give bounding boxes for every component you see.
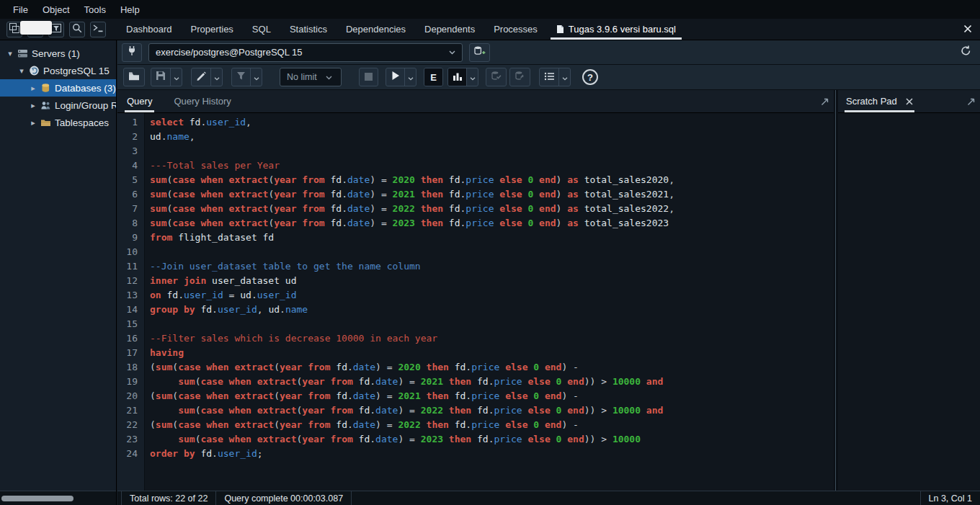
caret-right-icon[interactable]: ▸ bbox=[29, 84, 37, 93]
expand-scratch-icon[interactable] bbox=[966, 97, 976, 110]
horizontal-scrollbar-thumb[interactable] bbox=[1, 496, 74, 501]
save-button[interactable] bbox=[151, 68, 170, 86]
execute-button[interactable] bbox=[386, 68, 404, 86]
menu-item-object[interactable]: Object bbox=[35, 1, 77, 18]
code-line[interactable]: sum(case when extract(year from fd.date)… bbox=[150, 375, 834, 389]
code-line[interactable]: from flight_dataset fd bbox=[150, 231, 834, 245]
macros-menu-button[interactable] bbox=[558, 68, 570, 86]
code-line[interactable]: sum(case when extract(year from fd.date)… bbox=[150, 173, 834, 187]
commit-button[interactable] bbox=[486, 68, 506, 86]
sql-editor[interactable]: 123456789101112131415161718192021222324 … bbox=[117, 113, 834, 491]
code-line[interactable]: sum(case when extract(year from fd.date)… bbox=[150, 187, 834, 202]
tab-dependents[interactable]: Dependents bbox=[415, 19, 484, 40]
panel-close-button[interactable] bbox=[956, 19, 980, 40]
scratch-pad-body[interactable] bbox=[838, 113, 980, 491]
help-button[interactable]: ? bbox=[582, 69, 598, 85]
edit-menu-button[interactable] bbox=[210, 68, 222, 86]
code-line[interactable]: order by fd.user_id; bbox=[150, 447, 834, 461]
new-connection-button[interactable] bbox=[469, 43, 490, 62]
code-line[interactable]: --Filter sales which is decrease 10000 i… bbox=[150, 331, 834, 346]
tree-item-tablespaces[interactable]: ▸Tablespaces bbox=[0, 114, 116, 131]
editor-gutter: 123456789101112131415161718192021222324 bbox=[117, 113, 145, 491]
tree-item-postgresql-15[interactable]: ▾PostgreSQL 15 bbox=[0, 62, 116, 79]
explain-analyze-menu-button[interactable] bbox=[466, 68, 478, 86]
search-objects-button[interactable] bbox=[69, 22, 85, 37]
tree-item-servers-1[interactable]: ▾Servers (1) bbox=[0, 45, 116, 62]
filter-menu-button[interactable] bbox=[250, 68, 262, 86]
code-line[interactable]: on fd.user_id = ud.user_id bbox=[150, 288, 834, 303]
row-limit-select[interactable]: No limit bbox=[280, 68, 342, 86]
tree-item-label: Servers (1) bbox=[32, 48, 80, 59]
tab-properties[interactable]: Properties bbox=[182, 19, 243, 40]
expand-panel-icon[interactable] bbox=[820, 97, 829, 110]
code-line[interactable]: sum(case when extract(year from fd.date)… bbox=[150, 202, 834, 216]
save-icon bbox=[156, 71, 166, 84]
caret-right-icon[interactable]: ▸ bbox=[29, 101, 37, 110]
tab-tugas-3-9-6-versi-baru-sql[interactable]: Tugas 3.9.6 versi baru.sql bbox=[547, 19, 685, 40]
status-bar: Total rows: 22 of 22 Query complete 00:0… bbox=[117, 491, 980, 505]
tab-processes[interactable]: Processes bbox=[484, 19, 547, 40]
caret-down-icon[interactable]: ▾ bbox=[17, 66, 26, 76]
menu-item-tools[interactable]: Tools bbox=[77, 1, 113, 18]
code-line[interactable]: --Join user_dataset table to get the nam… bbox=[150, 259, 834, 274]
editor-code[interactable]: select fd.user_id,ud.name, ---Total sale… bbox=[145, 113, 834, 491]
line-number: 12 bbox=[117, 274, 138, 288]
line-number: 19 bbox=[117, 375, 138, 389]
tab-dashboard[interactable]: Dashboard bbox=[117, 19, 182, 40]
tab-sql[interactable]: SQL bbox=[243, 19, 280, 40]
code-line[interactable]: select fd.user_id, bbox=[150, 115, 834, 130]
tree-item-label: Databases (3) bbox=[55, 83, 116, 94]
refresh-icon bbox=[960, 45, 972, 60]
tab-dependencies[interactable]: Dependencies bbox=[337, 19, 415, 40]
cancel-query-button[interactable] bbox=[360, 68, 378, 86]
tree-item-login-group-roles[interactable]: ▸Login/Group Roles bbox=[0, 97, 116, 114]
caret-down-icon[interactable]: ▾ bbox=[6, 49, 14, 58]
edit-button[interactable] bbox=[192, 68, 210, 86]
macros-button[interactable] bbox=[540, 68, 558, 86]
code-line[interactable]: (sum(case when extract(year from fd.date… bbox=[150, 360, 834, 375]
line-number: 9 bbox=[117, 231, 138, 245]
save-menu-button[interactable] bbox=[170, 68, 182, 86]
tab-statistics[interactable]: Statistics bbox=[280, 19, 337, 40]
code-line[interactable]: sum(case when extract(year from fd.date)… bbox=[150, 403, 834, 418]
tree-item-label: Login/Group Roles bbox=[55, 100, 116, 111]
open-file-button[interactable] bbox=[124, 68, 144, 86]
code-line[interactable] bbox=[150, 144, 834, 158]
menu-item-file[interactable]: File bbox=[6, 1, 35, 18]
code-line[interactable]: (sum(case when extract(year from fd.date… bbox=[150, 389, 834, 403]
code-line[interactable] bbox=[150, 245, 834, 259]
line-number: 22 bbox=[117, 418, 138, 432]
line-number: 1 bbox=[117, 115, 138, 130]
menu-item-help[interactable]: Help bbox=[113, 1, 147, 18]
rollback-button[interactable] bbox=[510, 68, 530, 86]
connection-select[interactable]: exercise/postgres@PostgreSQL 15 bbox=[148, 43, 463, 62]
explain-group: E bbox=[424, 68, 443, 86]
tab-label: Properties bbox=[191, 24, 233, 35]
explain-analyze-button[interactable] bbox=[448, 68, 466, 86]
code-line[interactable]: (sum(case when extract(year from fd.date… bbox=[150, 418, 834, 432]
explain-button[interactable]: E bbox=[424, 68, 442, 86]
execute-menu-button[interactable] bbox=[404, 68, 416, 86]
filter-button[interactable] bbox=[232, 68, 250, 86]
caret-right-icon[interactable]: ▸ bbox=[29, 118, 37, 128]
cursor-position-status: Ln 3, Col 1 bbox=[920, 491, 980, 505]
layout-refresh-button[interactable] bbox=[957, 43, 974, 62]
code-line[interactable]: sum(case when extract(year from fd.date)… bbox=[150, 216, 834, 231]
psql-tool-button[interactable] bbox=[90, 22, 106, 37]
code-line[interactable]: ---Total sales per Year bbox=[150, 158, 834, 173]
code-line[interactable]: sum(case when extract(year from fd.date)… bbox=[150, 432, 834, 447]
code-line[interactable]: inner join user_dataset ud bbox=[150, 274, 834, 288]
code-line[interactable] bbox=[150, 317, 834, 331]
chevron-down-icon bbox=[408, 71, 414, 84]
query-tab-query[interactable]: Query bbox=[125, 90, 154, 112]
panel-splitter[interactable] bbox=[834, 90, 838, 491]
tree-item-databases-3[interactable]: ▸Databases (3) bbox=[0, 79, 116, 97]
code-line[interactable]: having bbox=[150, 346, 834, 360]
chevron-down-icon bbox=[174, 71, 179, 84]
scratch-pad-close-icon[interactable] bbox=[906, 95, 913, 108]
code-line[interactable]: group by fd.user_id, ud.name bbox=[150, 303, 834, 317]
code-line[interactable]: ud.name, bbox=[150, 130, 834, 144]
query-tab-query-history[interactable]: Query History bbox=[172, 90, 233, 112]
connection-status-button[interactable] bbox=[122, 43, 142, 62]
scratch-pad-tab[interactable]: Scratch Pad bbox=[845, 90, 914, 112]
